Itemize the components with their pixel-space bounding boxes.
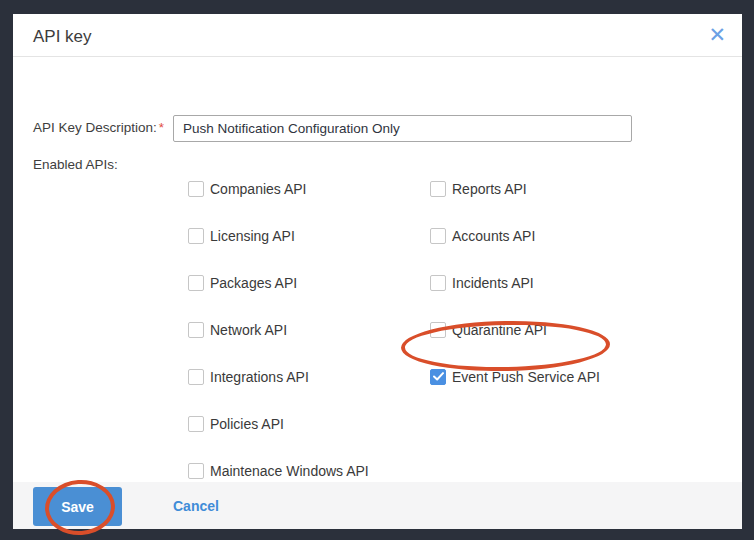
checkbox-row[interactable]: Network API <box>188 306 369 353</box>
checkbox-label: Packages API <box>210 275 297 291</box>
checkbox[interactable] <box>188 181 204 197</box>
checkbox[interactable] <box>430 322 446 338</box>
save-button[interactable]: Save <box>33 487 122 526</box>
checkbox-label: Integrations API <box>210 369 309 385</box>
modal-header: API key ✕ <box>13 14 742 57</box>
checkbox[interactable] <box>430 181 446 197</box>
checkmark-icon <box>433 372 444 381</box>
checkbox-row[interactable]: Companies API <box>188 165 369 212</box>
description-label: API Key Description:* <box>33 120 164 135</box>
checkbox-label: Incidents API <box>452 275 534 291</box>
checkbox[interactable] <box>430 275 446 291</box>
api-checkbox-column-right: Reports API Accounts API <box>430 165 600 400</box>
close-icon[interactable]: ✕ <box>708 24 726 45</box>
checkbox-label: Event Push Service API <box>452 369 600 385</box>
api-key-modal: API key ✕ API Key Description:* Enabled … <box>13 14 742 529</box>
modal-title: API key <box>33 27 92 47</box>
api-key-description-input[interactable] <box>173 115 632 142</box>
cancel-link[interactable]: Cancel <box>173 498 219 514</box>
checkbox-row[interactable]: Quarantine API <box>430 306 600 353</box>
checkbox[interactable] <box>188 416 204 432</box>
api-checkbox-column-left: Companies API Licensing API <box>188 165 369 494</box>
checkbox-label: Quarantine API <box>452 322 547 338</box>
checkbox[interactable] <box>430 228 446 244</box>
checkbox-row[interactable]: Packages API <box>188 259 369 306</box>
checkbox-row[interactable]: Licensing API <box>188 212 369 259</box>
checkbox-row[interactable]: Reports API <box>430 165 600 212</box>
description-label-text: API Key Description: <box>33 120 157 135</box>
checkbox-row[interactable]: Policies API <box>188 400 369 447</box>
checkbox[interactable] <box>188 463 204 479</box>
checkbox[interactable] <box>188 275 204 291</box>
checkbox[interactable] <box>430 369 446 385</box>
checkbox[interactable] <box>188 228 204 244</box>
checkbox-row[interactable]: Integrations API <box>188 353 369 400</box>
checkbox-label: Network API <box>210 322 287 338</box>
modal-footer: Save Cancel <box>13 482 742 529</box>
checkbox-label: Accounts API <box>452 228 535 244</box>
enabled-apis-label: Enabled APIs: <box>33 157 118 172</box>
checkbox-label: Companies API <box>210 181 307 197</box>
checkbox[interactable] <box>188 322 204 338</box>
required-marker: * <box>159 120 164 135</box>
checkbox-label: Maintenace Windows API <box>210 463 369 479</box>
checkbox-label: Policies API <box>210 416 284 432</box>
checkbox-label: Licensing API <box>210 228 295 244</box>
checkbox-row[interactable]: Event Push Service API <box>430 353 600 400</box>
checkbox-row[interactable]: Accounts API <box>430 212 600 259</box>
checkbox[interactable] <box>188 369 204 385</box>
checkbox-label: Reports API <box>452 181 527 197</box>
checkbox-row[interactable]: Incidents API <box>430 259 600 306</box>
modal-body: API Key Description:* Enabled APIs: Comp… <box>13 58 742 482</box>
